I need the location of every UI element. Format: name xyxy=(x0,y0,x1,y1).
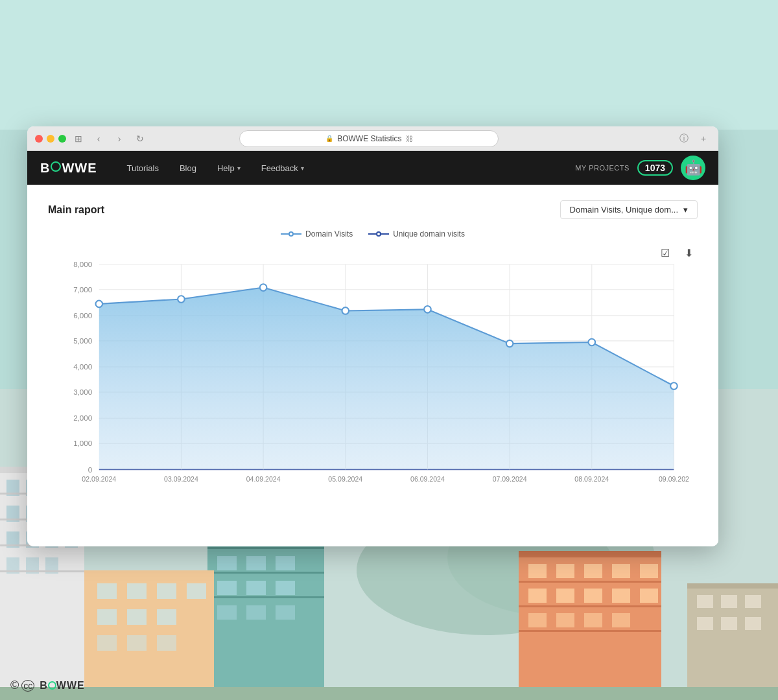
nav-blog[interactable]: Blog xyxy=(169,151,207,185)
chart-point-3 xyxy=(342,307,349,314)
brand-o xyxy=(51,161,61,172)
svg-rect-54 xyxy=(556,613,574,627)
help-label: Help xyxy=(217,163,235,173)
browser-chrome: ⊞ ‹ › ↻ 🔒 BOWWE Statistics ⛓ ⓘ + xyxy=(27,126,718,151)
feedback-chevron-icon: ▾ xyxy=(301,165,304,172)
footer-license-icons: © cc xyxy=(10,679,34,692)
svg-text:3,000: 3,000 xyxy=(73,388,92,396)
svg-rect-73 xyxy=(97,609,117,625)
chart-container: ☑ ⬇ xyxy=(48,244,698,503)
lock-icon: 🔒 xyxy=(325,135,333,142)
tutorials-label: Tutorials xyxy=(127,163,159,173)
maximize-window-button[interactable] xyxy=(58,135,66,143)
browser-new-tab-button[interactable]: + xyxy=(696,132,711,146)
chart-svg: 8,000 7,000 6,000 5,000 4,000 3,000 xyxy=(48,244,698,490)
svg-rect-32 xyxy=(217,581,237,595)
svg-rect-48 xyxy=(528,589,547,603)
creative-commons-icon: © xyxy=(10,679,19,692)
svg-rect-43 xyxy=(528,564,547,578)
svg-text:03.09.2024: 03.09.2024 xyxy=(164,475,198,483)
browser-info-button[interactable]: ⓘ xyxy=(677,132,691,146)
close-window-button[interactable] xyxy=(35,135,43,143)
svg-rect-57 xyxy=(519,581,661,583)
metric-dropdown-button[interactable]: Domain Visits, Unique dom... ▾ xyxy=(560,200,698,219)
forward-button[interactable]: › xyxy=(112,131,127,146)
legend-domain-visits-label: Domain Visits xyxy=(305,229,353,239)
svg-text:08.09.2024: 08.09.2024 xyxy=(574,475,609,483)
svg-rect-45 xyxy=(584,564,602,578)
svg-text:6,000: 6,000 xyxy=(73,311,92,320)
svg-rect-59 xyxy=(519,630,661,632)
svg-rect-71 xyxy=(157,583,176,599)
svg-rect-30 xyxy=(246,556,266,570)
cc-by-icon: cc xyxy=(21,680,34,692)
chart-legend: Domain Visits Unique domain visits xyxy=(48,229,698,239)
brand-logo[interactable]: BWWE xyxy=(40,161,97,176)
svg-rect-49 xyxy=(556,589,574,603)
chart-checkbox-button[interactable]: ☑ xyxy=(656,244,674,262)
help-chevron-icon: ▾ xyxy=(237,165,241,172)
svg-rect-58 xyxy=(519,605,661,607)
chart-actions: ☑ ⬇ xyxy=(656,244,698,262)
legend-domain-visits: Domain Visits xyxy=(281,229,353,239)
svg-rect-50 xyxy=(584,589,602,603)
svg-text:8,000: 8,000 xyxy=(73,260,92,268)
svg-rect-69 xyxy=(97,583,117,599)
svg-text:7,000: 7,000 xyxy=(73,285,92,294)
chart-point-0 xyxy=(96,301,103,308)
nav-help[interactable]: Help ▾ xyxy=(207,151,251,185)
chart-point-6 xyxy=(589,339,596,346)
address-text: BOWWE Statistics xyxy=(337,134,401,143)
svg-rect-55 xyxy=(584,613,602,627)
svg-text:06.09.2024: 06.09.2024 xyxy=(410,475,445,483)
chart-svg-wrapper: 8,000 7,000 6,000 5,000 4,000 3,000 xyxy=(48,244,698,490)
svg-rect-52 xyxy=(640,589,658,603)
svg-rect-56 xyxy=(612,613,630,627)
nav-tutorials[interactable]: Tutorials xyxy=(117,151,169,185)
svg-rect-40 xyxy=(207,596,324,598)
app-navbar: BWWE Tutorials Blog Help ▾ Feedback ▾ MY… xyxy=(27,151,718,185)
page-footer: © cc BWWE xyxy=(10,679,85,692)
svg-rect-64 xyxy=(745,595,761,608)
chart-download-button[interactable]: ⬇ xyxy=(679,244,698,262)
svg-rect-62 xyxy=(697,595,713,608)
window-controls xyxy=(35,135,66,143)
legend-unique-visits: Unique domain visits xyxy=(368,229,465,239)
svg-rect-53 xyxy=(528,613,547,627)
dropdown-label: Domain Visits, Unique dom... xyxy=(570,205,678,215)
project-count-badge[interactable]: 1073 xyxy=(637,160,673,176)
svg-rect-79 xyxy=(0,687,778,700)
brand-text: BWWE xyxy=(40,161,97,176)
svg-rect-72 xyxy=(187,583,206,599)
browser-window: ⊞ ‹ › ↻ 🔒 BOWWE Statistics ⛓ ⓘ + BWWE Tu… xyxy=(27,126,718,546)
chart-point-2 xyxy=(260,284,267,291)
svg-text:04.09.2024: 04.09.2024 xyxy=(246,475,281,483)
report-title: Main raport xyxy=(48,204,104,216)
svg-rect-29 xyxy=(217,556,237,570)
background-sky xyxy=(0,0,778,130)
svg-rect-75 xyxy=(157,609,176,625)
svg-text:1,000: 1,000 xyxy=(73,439,92,447)
svg-rect-76 xyxy=(97,635,117,651)
svg-rect-46 xyxy=(612,564,630,578)
avatar-icon: 🤖 xyxy=(685,159,702,176)
browser-right-icons: ⓘ + xyxy=(677,132,711,146)
svg-rect-37 xyxy=(276,605,295,620)
nav-feedback[interactable]: Feedback ▾ xyxy=(251,151,314,185)
back-button[interactable]: ‹ xyxy=(91,131,106,146)
minimize-window-button[interactable] xyxy=(47,135,54,143)
svg-rect-39 xyxy=(207,572,324,574)
blog-label: Blog xyxy=(180,163,196,173)
avatar-button[interactable]: 🤖 xyxy=(681,156,705,180)
svg-rect-74 xyxy=(127,609,147,625)
svg-rect-23 xyxy=(0,570,84,572)
svg-rect-34 xyxy=(276,581,295,595)
report-header: Main raport Domain Visits, Unique dom...… xyxy=(48,200,698,219)
svg-rect-61 xyxy=(687,583,778,589)
sidebar-toggle-button[interactable]: ⊞ xyxy=(71,132,86,146)
chart-area xyxy=(99,288,674,470)
address-bar[interactable]: 🔒 BOWWE Statistics ⛓ xyxy=(239,130,499,147)
svg-text:2,000: 2,000 xyxy=(73,414,92,422)
svg-rect-67 xyxy=(745,617,761,630)
reload-button[interactable]: ↻ xyxy=(132,131,148,146)
